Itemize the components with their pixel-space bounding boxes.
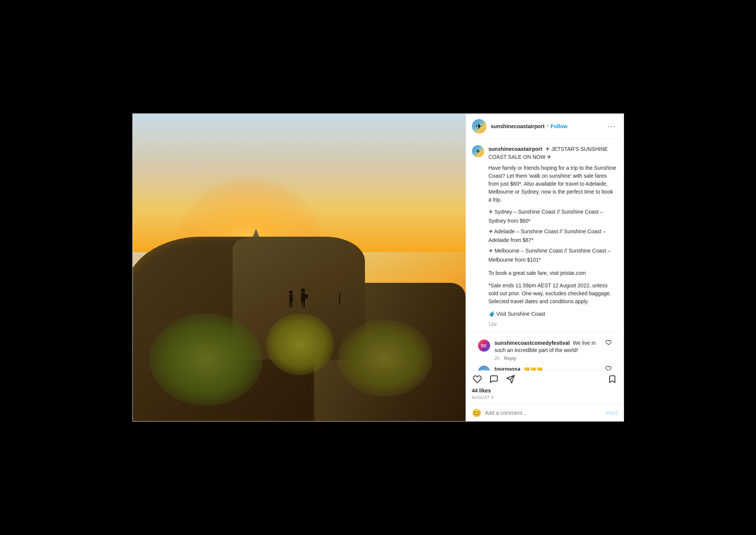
comment-text-2: tournoosa 🤜🤜🤜 [495, 366, 543, 371]
post-date: AUGUST 9 [472, 395, 618, 400]
post-image [133, 114, 466, 421]
header-username[interactable]: sunshinecoastairport [491, 123, 545, 129]
comment-button[interactable] [489, 374, 499, 385]
action-icons [472, 374, 618, 385]
commenter-avatar-comedy[interactable]: SC [478, 340, 490, 352]
comment-item-2: TN tournoosa 🤜🤜🤜 11w 1 l [472, 363, 618, 371]
tree-silhouette [339, 293, 340, 304]
caption-intro: Have family or friends hoping for a trip… [489, 165, 616, 203]
booking-info: To book a great sale fare, visit jetstar… [489, 269, 618, 277]
add-comment-bar: 😊 Post [466, 404, 624, 421]
reply-button-1[interactable]: Reply [504, 356, 517, 361]
emoji-button[interactable]: 😊 [472, 408, 481, 417]
caption-timestamp: 12w [489, 321, 618, 328]
comment-like-button-1[interactable] [605, 340, 612, 347]
avatar[interactable]: ✈ [472, 119, 486, 133]
comment-content-2: tournoosa 🤜🤜🤜 11w 1 like Reply [495, 366, 612, 371]
comments-section: SC sunshinecoastcomedyfestival We live i… [472, 332, 618, 371]
caption-username[interactable]: sunshinecoastairport [489, 146, 542, 152]
post-comment-button[interactable]: Post [606, 410, 617, 416]
like-button[interactable] [472, 374, 483, 385]
action-bar: 44 likes AUGUST 9 [466, 371, 624, 404]
content-area: ✈ sunshinecoastairport ✈ JETSTAR'S SUNSH… [466, 139, 624, 371]
tagged-link[interactable]: 🧳 Visit Sunshine Coast [489, 310, 618, 318]
caption-block: ✈ sunshinecoastairport ✈ JETSTAR'S SUNSH… [472, 145, 618, 328]
comment-content-1: sunshinecoastcomedyfestival We live in s… [495, 340, 612, 361]
dot-separator: • [547, 124, 548, 129]
comment-item: SC sunshinecoastcomedyfestival We live i… [472, 337, 618, 363]
bookmark-button[interactable] [607, 374, 618, 385]
caption-avatar[interactable]: ✈ [472, 145, 484, 157]
route-1: ✈ Sydney – Sunshine Coast // Sunshine Co… [489, 208, 618, 226]
share-button[interactable] [505, 374, 516, 385]
route-2: ✈ Adelaide – Sunshine Coast // Sunshine … [489, 227, 618, 245]
caption-text: sunshinecoastairport ✈ JETSTAR'S SUNSHIN… [489, 145, 618, 328]
people-silhouettes [289, 288, 305, 307]
comment-like-button-2[interactable] [605, 366, 612, 371]
flight-routes: ✈ Sydney – Sunshine Coast // Sunshine Co… [489, 208, 618, 265]
likes-count: 44 likes [472, 388, 618, 394]
post-right-panel: ✈ sunshinecoastairport • Follow ··· ✈ su… [466, 114, 624, 421]
post-header: ✈ sunshinecoastairport • Follow ··· [466, 114, 624, 139]
comment-input[interactable] [485, 410, 606, 416]
comment-text-1: sunshinecoastcomedyfestival We live in s… [495, 340, 596, 354]
sale-note: *Sale ends 11.59pm AEST 12 August 2022, … [489, 282, 618, 305]
more-options-button[interactable]: ··· [606, 123, 617, 130]
comment-meta-1: 2h Reply [495, 356, 605, 361]
header-middle: sunshinecoastairport • Follow [491, 123, 607, 129]
follow-button[interactable]: Follow [551, 123, 567, 129]
route-3: ✈ Melbourne – Sunshine Coast // Sunshine… [489, 247, 618, 265]
commenter-avatar-tournoosa[interactable]: TN [478, 366, 490, 371]
